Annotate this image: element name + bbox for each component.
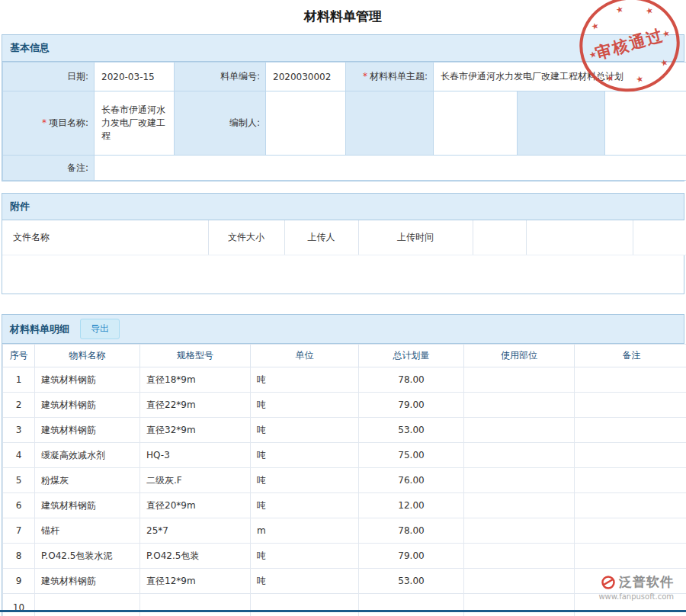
subject-label: *材料料单主题: (346, 63, 434, 91)
cell-material-name: 建筑材料钢筋 (35, 367, 140, 393)
cell-material-name: 建筑材料钢筋 (35, 418, 140, 443)
cell-no: 6 (3, 493, 35, 518)
table-row: 1 建筑材料钢筋 直径18*9m 吨 78.00 (3, 367, 686, 393)
cell-position (464, 518, 575, 544)
date-value: 2020-03-15 (95, 63, 175, 91)
cell-remark (575, 443, 686, 468)
cell-no: 2 (3, 393, 35, 418)
cell-no: 7 (3, 518, 35, 544)
cell-position (464, 468, 575, 493)
col-no: 序号 (3, 345, 35, 367)
col-usage-position: 使用部位 (464, 345, 575, 367)
cell-qty: 79.00 (359, 393, 464, 418)
attachments-empty-area (2, 255, 684, 294)
cell-unit: 吨 (251, 367, 359, 393)
cell-position (464, 594, 575, 616)
cell-qty (359, 594, 464, 616)
cell-material-name: 建筑材料钢筋 (35, 393, 140, 418)
cell-remark (575, 468, 686, 493)
export-button[interactable]: 导出 (80, 319, 120, 339)
bottom-divider (0, 610, 686, 612)
cell-no: 1 (3, 367, 35, 393)
attachments-col-upload-time: 上传时间 (358, 220, 473, 255)
table-row: 5 粉煤灰 二级灰.F 吨 76.00 (3, 468, 686, 493)
cell-material-name: 粉煤灰 (35, 468, 140, 493)
cell-spec: HQ-3 (140, 443, 251, 468)
subject-value: 长春市伊通河水力发电厂改建工程材料总计划 (434, 63, 686, 91)
col-total-plan-qty: 总计划量 (359, 345, 464, 367)
detail-table: 序号 物料名称 规格型号 单位 总计划量 使用部位 备注 1 建筑材料钢筋 直径… (2, 344, 686, 616)
cell-position (464, 569, 575, 594)
cell-position (464, 493, 575, 518)
remark-value (95, 156, 686, 181)
cell-position (464, 418, 575, 443)
subject-label-text: 材料料单主题: (370, 71, 428, 82)
cell-unit (251, 594, 359, 616)
project-label: *项目名称: (3, 91, 95, 156)
cell-spec: 直径20*9m (140, 493, 251, 518)
remark-label: 备注: (3, 156, 95, 181)
cell-unit: 吨 (251, 468, 359, 493)
project-label-text: 项目名称: (49, 117, 88, 128)
attachments-section: 附件 文件名称 文件大小 上传人 上传时间 (2, 193, 684, 294)
attachments-table: 文件名称 文件大小 上传人 上传时间 (2, 220, 686, 255)
table-row: 2 建筑材料钢筋 直径22*9m 吨 79.00 (3, 393, 686, 418)
cell-material-name: 缓凝高效减水剂 (35, 443, 140, 468)
cell-qty: 53.00 (359, 569, 464, 594)
cell-unit: m (251, 518, 359, 544)
cell-spec: 直径12*9m (140, 569, 251, 594)
cell-no: 5 (3, 468, 35, 493)
cell-remark (575, 518, 686, 544)
cell-position (464, 367, 575, 393)
empty-value-cell (434, 91, 518, 156)
fanpu-logo: 泛普软件 www.fanpusoft.com (598, 573, 674, 601)
basic-info-table: 日期: 2020-03-15 料单编号: 2020030002 *材料料单主题:… (2, 62, 686, 181)
cell-remark (575, 544, 686, 569)
cell-qty: 12.00 (359, 493, 464, 518)
cell-unit: 吨 (251, 493, 359, 518)
detail-section-title: 材料料单明细 (10, 322, 69, 336)
cell-spec: 二级灰.F (140, 468, 251, 493)
cell-no: 8 (3, 544, 35, 569)
cell-no: 10 (3, 594, 35, 616)
col-remark: 备注 (575, 345, 686, 367)
cell-qty: 78.00 (359, 518, 464, 544)
table-row: 8 P.O42.5包装水泥 P.O42.5包装 吨 79.00 (3, 544, 686, 569)
order-no-label: 料单编号: (175, 63, 266, 91)
cell-no: 9 (3, 569, 35, 594)
compiler-label: 编制人: (175, 91, 266, 156)
cell-material-name (35, 594, 140, 616)
cell-unit: 吨 (251, 418, 359, 443)
cell-remark (575, 393, 686, 418)
cell-unit: 吨 (251, 544, 359, 569)
page-title: 材料料单管理 (0, 0, 686, 34)
table-row: 6 建筑材料钢筋 直径20*9m 吨 12.00 (3, 493, 686, 518)
cell-position (464, 544, 575, 569)
col-material-name: 物料名称 (35, 345, 140, 367)
required-marker: * (363, 71, 367, 82)
project-value: 长春市伊通河水力发电厂改建工程 (95, 91, 175, 156)
fanpu-logo-text: 泛普软件 (619, 573, 674, 591)
required-marker: * (42, 117, 46, 128)
cell-unit: 吨 (251, 569, 359, 594)
cell-material-name: 锚杆 (35, 518, 140, 544)
attachments-col-extra (526, 220, 633, 255)
detail-header-row: 序号 物料名称 规格型号 单位 总计划量 使用部位 备注 (3, 345, 686, 367)
cell-unit: 吨 (251, 443, 359, 468)
cell-qty: 78.00 (359, 367, 464, 393)
basic-info-section-title: 基本信息 (2, 35, 684, 62)
fanpu-logo-url: www.fanpusoft.com (598, 592, 674, 601)
attachments-col-uploader: 上传人 (284, 220, 358, 255)
cell-spec: P.O42.5包装 (140, 544, 251, 569)
compiler-value (266, 91, 346, 156)
cell-position (464, 393, 575, 418)
fanpu-logo-icon (601, 576, 615, 589)
cell-unit: 吨 (251, 393, 359, 418)
order-no-value: 2020030002 (266, 63, 346, 91)
col-unit: 单位 (251, 345, 359, 367)
cell-spec: 直径18*9m (140, 367, 251, 393)
table-row: 9 建筑材料钢筋 直径12*9m 吨 53.00 (3, 569, 686, 594)
cell-qty: 76.00 (359, 468, 464, 493)
cell-qty: 53.00 (359, 418, 464, 443)
date-label: 日期: (3, 63, 95, 91)
